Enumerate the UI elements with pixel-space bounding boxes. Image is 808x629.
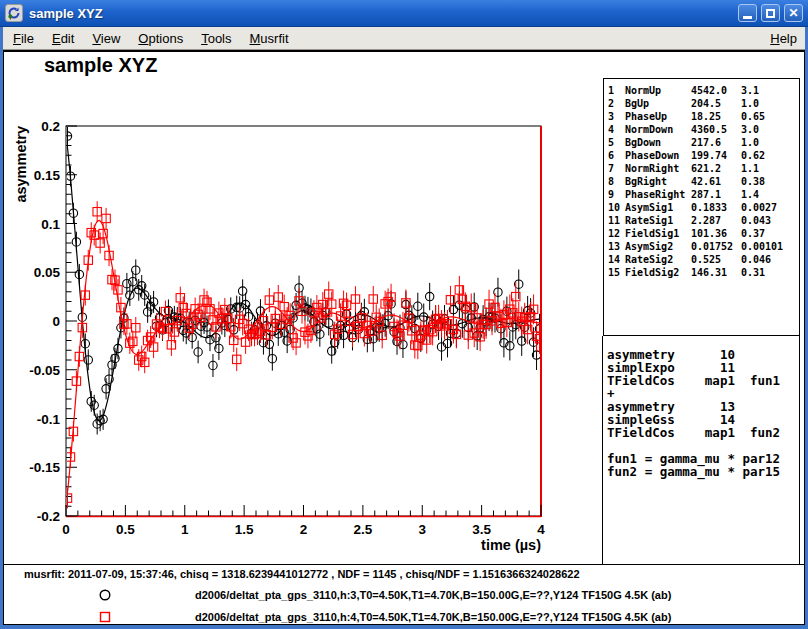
param-no: 4: [608, 123, 625, 136]
param-error: 0.043: [741, 214, 799, 227]
theory-line: fun2 = gamma_mu * par15: [603, 465, 799, 478]
param-value: 0.525: [691, 253, 741, 266]
x-tick-label: 0: [62, 522, 70, 537]
param-row-RateSig1: 11RateSig12.2870.043: [604, 214, 799, 227]
param-name: FieldSig2: [625, 266, 691, 279]
y-tick-label: -0.2: [37, 509, 60, 524]
x-tick-label: 3.5: [472, 522, 491, 537]
param-name: PhaseDown: [625, 149, 691, 162]
legend-entry-1: d2006/deltat_pta_gps_3110,h:3,T0=4.50K,T…: [4, 587, 804, 603]
x-tick-label: 3: [418, 522, 426, 537]
param-name: RateSig1: [625, 214, 691, 227]
param-value: 217.6: [691, 136, 741, 149]
y-axis-title: asymmetry: [13, 126, 29, 203]
param-row-BgRight: 8BgRight42.610.38: [604, 175, 799, 188]
x-tick-label: 0.5: [116, 522, 135, 537]
param-value: 101.36: [691, 227, 741, 240]
param-no: 9: [608, 188, 625, 201]
param-row-BgUp: 2BgUp204.51.0: [604, 97, 799, 110]
param-no: 3: [608, 110, 625, 123]
maximize-icon: [766, 9, 775, 18]
param-value: 621.2: [691, 162, 741, 175]
param-value: 4542.0: [691, 84, 741, 97]
minimize-icon: [743, 16, 752, 19]
theory-lines: asymmetry 10simplExpo 11TFieldCos map1 f…: [603, 348, 799, 478]
legend-label: d2006/deltat_pta_gps_3110,h:3,T0=4.50K,T…: [195, 589, 671, 601]
menu-edit[interactable]: Edit: [44, 28, 82, 49]
param-name: AsymSig1: [625, 201, 691, 214]
fit-curve: [66, 221, 541, 506]
param-no: 12: [608, 227, 625, 240]
param-error: 1.0: [741, 97, 799, 110]
param-row-NormRight: 7NormRight621.21.1: [604, 162, 799, 175]
x-tick-label: 2.5: [353, 522, 372, 537]
param-no: 8: [608, 175, 625, 188]
param-name: FieldSig1: [625, 227, 691, 240]
plot-title: sample XYZ: [44, 54, 157, 77]
param-error: 3.1: [741, 84, 799, 97]
param-row-FieldSig2: 15FieldSig2146.310.31: [604, 266, 799, 279]
param-error: 0.00101: [741, 240, 799, 253]
root-canvas[interactable]: 00.511.522.533.540.20.150.10.050-0.05-0.…: [3, 50, 805, 625]
param-name: BgRight: [625, 175, 691, 188]
param-value: 18.25: [691, 110, 741, 123]
param-row-RateSig2: 14RateSig20.5250.046: [604, 253, 799, 266]
fit-curve: [66, 135, 541, 421]
param-no: 1: [608, 84, 625, 97]
y-tick-label: 0.1: [41, 217, 60, 232]
menu-view[interactable]: View: [84, 28, 128, 49]
fit-status-line: musrfit: 2011-07-09, 15:37:46, chisq = 1…: [24, 568, 580, 580]
param-row-NormDown: 4NormDown4360.53.0: [604, 123, 799, 136]
param-no: 15: [608, 266, 625, 279]
param-error: 0.31: [741, 266, 799, 279]
param-no: 6: [608, 149, 625, 162]
x-tick-label: 1.5: [235, 522, 254, 537]
param-name: BgDown: [625, 136, 691, 149]
y-tick-label: -0.15: [29, 460, 60, 475]
minimize-button[interactable]: [738, 4, 757, 22]
param-error: 0.37: [741, 227, 799, 240]
root-logo-icon: [7, 6, 21, 20]
maximize-button[interactable]: [761, 4, 780, 22]
param-no: 13: [608, 240, 625, 253]
plot-frame: [66, 126, 541, 516]
param-value: 0.01752: [691, 240, 741, 253]
param-value: 199.74: [691, 149, 741, 162]
param-no: 11: [608, 214, 625, 227]
param-name: RateSig2: [625, 253, 691, 266]
close-button[interactable]: ✕: [784, 4, 803, 22]
legend-marker-square-icon: [97, 609, 113, 625]
param-no: 2: [608, 97, 625, 110]
param-error: 1.4: [741, 188, 799, 201]
param-row-NormUp: 1NormUp4542.03.1: [604, 84, 799, 97]
param-value: 204.5: [691, 97, 741, 110]
data-points-layer: [63, 126, 543, 509]
menu-help[interactable]: Help: [762, 28, 805, 49]
param-name: PhaseUp: [625, 110, 691, 123]
param-no: 7: [608, 162, 625, 175]
menu-options[interactable]: Options: [130, 28, 191, 49]
theory-box: asymmetry 10simplExpo 11TFieldCos map1 f…: [602, 336, 800, 565]
param-row-BgDown: 5BgDown217.61.0: [604, 136, 799, 149]
param-value: 146.31: [691, 266, 741, 279]
param-row-AsymSig2: 13AsymSig20.017520.00101: [604, 240, 799, 253]
param-error: 1.1: [741, 162, 799, 175]
menu-items: FileEditViewOptionsToolsMusrfit: [3, 31, 297, 46]
menu-help-container: Help: [760, 31, 805, 46]
x-tick-label: 1: [181, 522, 189, 537]
param-error: 0.38: [741, 175, 799, 188]
param-row-FieldSig1: 12FieldSig1101.360.37: [604, 227, 799, 240]
theory-line: TFieldCos map1 fun2: [603, 426, 799, 439]
menu-musrfit[interactable]: Musrfit: [242, 28, 297, 49]
titlebar[interactable]: sample XYZ ✕: [0, 0, 808, 27]
y-tick-label: 0.05: [34, 265, 61, 280]
param-row-AsymSig1: 10AsymSig10.18330.0027: [604, 201, 799, 214]
param-error: 3.0: [741, 123, 799, 136]
param-error: 0.62: [741, 149, 799, 162]
menu-file[interactable]: File: [5, 28, 42, 49]
param-no: 5: [608, 136, 625, 149]
window-controls: ✕: [738, 4, 803, 22]
param-name: AsymSig2: [625, 240, 691, 253]
param-name: NormUp: [625, 84, 691, 97]
menu-tools[interactable]: Tools: [193, 28, 239, 49]
